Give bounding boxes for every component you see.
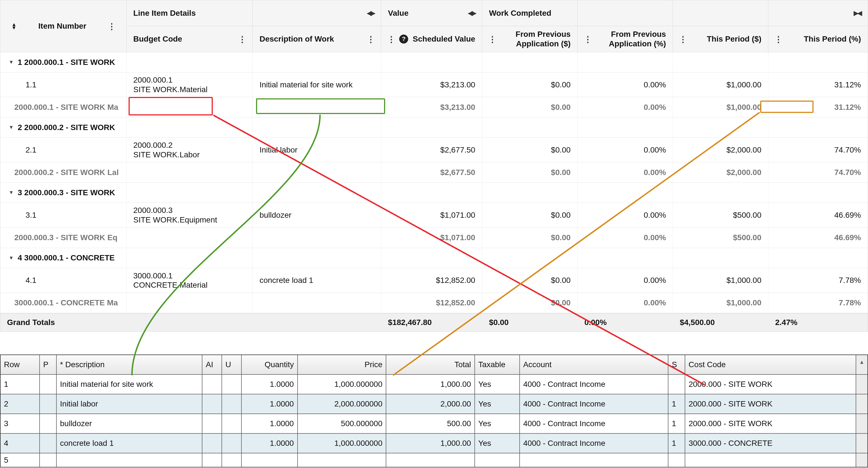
price-cell[interactable]: 2,000.000000 xyxy=(298,394,386,413)
subtotal-prev-amount: $0.00 xyxy=(482,293,578,313)
this-period-percent: 46.69% xyxy=(768,203,868,227)
p-cell[interactable] xyxy=(40,394,57,413)
scroll-track[interactable] xyxy=(856,434,867,453)
ai-cell[interactable] xyxy=(203,394,222,413)
taxable-cell[interactable]: Yes xyxy=(475,414,520,433)
line-item-row[interactable]: 1.12000.000.1SITE WORK.MaterialInitial m… xyxy=(0,72,868,97)
bcol-tax-label[interactable]: Taxable xyxy=(475,355,520,374)
chevron-down-icon[interactable] xyxy=(7,59,16,65)
grand-scheduled: $182,467.80 xyxy=(381,314,482,331)
bcol-row-label[interactable]: Row xyxy=(1,355,40,374)
bcol-desc-label[interactable]: * Description xyxy=(57,355,203,374)
scheduled-value: $12,852.00 xyxy=(381,268,482,293)
cost-code-cell[interactable]: 2000.000 - SITE WORK xyxy=(685,375,856,394)
account-cell[interactable]: 4000 - Contract Income xyxy=(520,434,669,453)
p-cell[interactable] xyxy=(40,375,57,394)
bcol-account-label[interactable]: Account xyxy=(520,355,669,374)
detail-row[interactable]: 2Initial labor1.00002,000.0000002,000.00… xyxy=(1,394,867,414)
taxable-cell[interactable]: Yes xyxy=(475,394,520,413)
u-cell[interactable] xyxy=(222,414,242,433)
col-this-period-amount-label: This Period ($) xyxy=(691,34,761,44)
price-cell[interactable]: 1,000.000000 xyxy=(298,434,386,453)
s-cell[interactable] xyxy=(669,375,685,394)
chevron-down-icon[interactable] xyxy=(7,255,16,261)
ai-cell[interactable] xyxy=(203,434,222,453)
bcol-price-label[interactable]: Price xyxy=(298,355,386,374)
description-cell[interactable]: Initial labor xyxy=(57,394,203,413)
expand-all-icon[interactable] xyxy=(11,23,17,29)
group-row[interactable]: 1 2000.000.1 - SITE WORK xyxy=(0,52,868,72)
col-item-number-menu[interactable] xyxy=(108,21,115,31)
taxable-cell[interactable]: Yes xyxy=(475,434,520,453)
col-scheduled-value-menu[interactable] xyxy=(388,34,395,44)
cost-code-cell[interactable]: 2000.000 - SITE WORK xyxy=(685,414,856,433)
total-cell: 1,000.00 xyxy=(386,375,475,394)
this-period-amount[interactable]: $1,000.00 xyxy=(673,268,768,293)
quantity-cell[interactable]: 1.0000 xyxy=(242,414,298,433)
p-cell[interactable] xyxy=(40,414,57,433)
description-of-work: concrete load 1 xyxy=(253,268,381,293)
group-line-item-details-collapse-icon[interactable] xyxy=(367,9,374,17)
account-cell[interactable]: 4000 - Contract Income xyxy=(520,414,669,433)
s-cell[interactable]: 1 xyxy=(669,414,685,433)
description-cell[interactable]: concrete load 1 xyxy=(57,434,203,453)
col-this-period-percent-menu[interactable] xyxy=(775,34,782,44)
line-item-row[interactable]: 2.12000.000.2SITE WORK.LaborInitial labo… xyxy=(0,138,868,163)
scroll-track[interactable] xyxy=(856,375,867,394)
description-of-work: Initial labor xyxy=(253,138,381,162)
group-row[interactable]: 4 3000.000.1 - CONCRETE xyxy=(0,248,868,268)
ai-cell[interactable] xyxy=(203,375,222,394)
this-period-amount[interactable]: $1,000.00 xyxy=(673,72,768,97)
detail-row[interactable]: 1Initial material for site work1.00001,0… xyxy=(1,375,867,394)
account-cell[interactable]: 4000 - Contract Income xyxy=(520,375,669,394)
detail-row-empty[interactable]: 5 xyxy=(1,454,867,467)
subtotal-label: 2000.000.1 - SITE WORK Ma xyxy=(0,97,127,117)
detail-row[interactable]: 3bulldozer1.0000500.000000500.00Yes4000 … xyxy=(1,414,867,434)
col-this-period-amount-menu[interactable] xyxy=(680,34,686,44)
group-row[interactable]: 3 2000.000.3 - SITE WORK xyxy=(0,183,868,203)
group-work-completed-collapse-icon[interactable] xyxy=(854,9,861,17)
price-cell[interactable]: 500.000000 xyxy=(298,414,386,433)
scroll-track[interactable] xyxy=(856,394,867,413)
col-budget-code-menu[interactable] xyxy=(239,34,246,44)
line-item-row[interactable]: 3.12000.000.3SITE WORK.Equipmentbulldoze… xyxy=(0,203,868,228)
quantity-cell[interactable]: 1.0000 xyxy=(242,394,298,413)
scroll-up-button[interactable] xyxy=(856,355,867,374)
this-period-amount[interactable]: $500.00 xyxy=(673,203,768,227)
description-cell[interactable]: bulldozer xyxy=(57,414,203,433)
s-cell[interactable]: 1 xyxy=(669,434,685,453)
group-value-collapse-icon[interactable] xyxy=(468,9,475,17)
bcol-p-label[interactable]: P xyxy=(40,355,57,374)
s-cell[interactable]: 1 xyxy=(669,394,685,413)
col-description-menu[interactable] xyxy=(368,34,374,44)
col-prev-app-percent-menu[interactable] xyxy=(585,34,591,44)
bcol-cost-label[interactable]: Cost Code xyxy=(685,355,856,374)
chevron-down-icon[interactable] xyxy=(7,124,16,130)
bcol-s-label[interactable]: S xyxy=(669,355,685,374)
bcol-total-label[interactable]: Total xyxy=(386,355,475,374)
line-item-row[interactable]: 4.13000.000.1CONCRETE.Materialconcrete l… xyxy=(0,268,868,293)
col-prev-app-amount-menu[interactable] xyxy=(489,34,496,44)
bcol-qty-label[interactable]: Quantity xyxy=(242,355,298,374)
cost-code-cell[interactable]: 2000.000 - SITE WORK xyxy=(685,394,856,413)
p-cell[interactable] xyxy=(40,434,57,453)
quantity-cell[interactable]: 1.0000 xyxy=(242,434,298,453)
group-row[interactable]: 2 2000.000.2 - SITE WORK xyxy=(0,117,868,138)
cost-code-cell[interactable]: 3000.000 - CONCRETE xyxy=(685,434,856,453)
detail-row[interactable]: 4concrete load 11.00001,000.0000001,000.… xyxy=(1,434,867,454)
this-period-amount[interactable]: $2,000.00 xyxy=(673,138,768,162)
ai-cell[interactable] xyxy=(203,414,222,433)
taxable-cell[interactable]: Yes xyxy=(475,375,520,394)
u-cell[interactable] xyxy=(222,394,242,413)
description-cell[interactable]: Initial material for site work xyxy=(57,375,203,394)
quantity-cell[interactable]: 1.0000 xyxy=(242,375,298,394)
chevron-down-icon[interactable] xyxy=(7,189,16,196)
u-cell[interactable] xyxy=(222,434,242,453)
bcol-ai-label[interactable]: AI xyxy=(203,355,222,374)
u-cell[interactable] xyxy=(222,375,242,394)
price-cell[interactable]: 1,000.000000 xyxy=(298,375,386,394)
scroll-track[interactable] xyxy=(856,414,867,433)
help-icon[interactable]: ? xyxy=(399,34,408,43)
bcol-u-label[interactable]: U xyxy=(222,355,242,374)
account-cell[interactable]: 4000 - Contract Income xyxy=(520,394,669,413)
